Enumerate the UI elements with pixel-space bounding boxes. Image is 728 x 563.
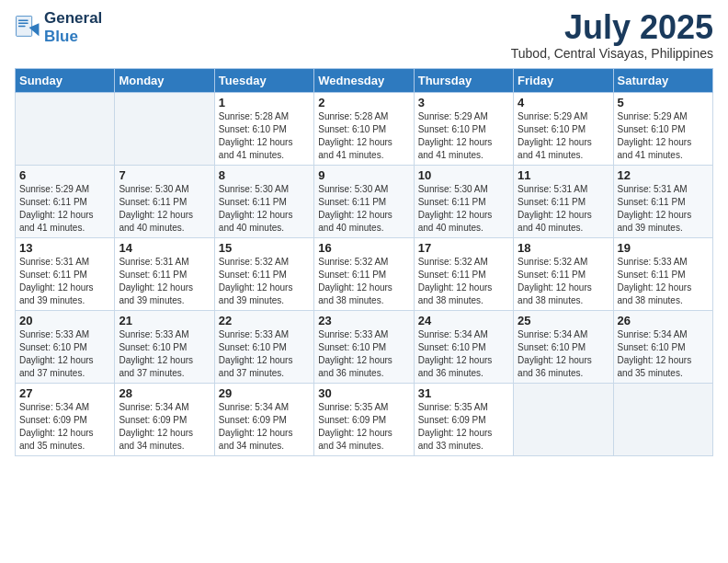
day-info: Sunrise: 5:33 AM Sunset: 6:10 PM Dayligh… (219, 328, 310, 380)
day-number: 24 (418, 314, 509, 327)
calendar-cell (115, 92, 214, 165)
column-header-thursday: Thursday (414, 68, 513, 92)
day-number: 7 (119, 168, 210, 182)
location-title: Tubod, Central Visayas, Philippines (511, 46, 713, 61)
day-info: Sunrise: 5:33 AM Sunset: 6:10 PM Dayligh… (19, 328, 110, 380)
day-info: Sunrise: 5:34 AM Sunset: 6:09 PM Dayligh… (119, 401, 210, 453)
day-number: 2 (318, 96, 409, 109)
day-info: Sunrise: 5:30 AM Sunset: 6:11 PM Dayligh… (119, 183, 210, 235)
calendar-cell: 25Sunrise: 5:34 AM Sunset: 6:10 PM Dayli… (514, 310, 613, 383)
calendar-cell: 18Sunrise: 5:32 AM Sunset: 6:11 PM Dayli… (514, 237, 613, 310)
day-number: 18 (518, 241, 609, 255)
calendar-cell: 2Sunrise: 5:28 AM Sunset: 6:10 PM Daylig… (314, 92, 414, 165)
column-header-monday: Monday (115, 68, 214, 92)
day-number: 16 (318, 241, 409, 255)
logo: General Blue (15, 9, 102, 45)
logo-text-general: General (44, 9, 102, 28)
month-title: July 2025 (511, 9, 713, 46)
svg-rect-3 (18, 22, 28, 24)
calendar-cell: 21Sunrise: 5:33 AM Sunset: 6:10 PM Dayli… (115, 310, 214, 383)
calendar-cell: 19Sunrise: 5:33 AM Sunset: 6:11 PM Dayli… (613, 237, 712, 310)
day-number: 1 (219, 96, 310, 109)
calendar-week-4: 20Sunrise: 5:33 AM Sunset: 6:10 PM Dayli… (16, 310, 713, 383)
svg-rect-4 (18, 25, 26, 27)
calendar-cell: 9Sunrise: 5:30 AM Sunset: 6:11 PM Daylig… (314, 165, 414, 237)
day-info: Sunrise: 5:32 AM Sunset: 6:11 PM Dayligh… (219, 256, 310, 307)
calendar-cell: 13Sunrise: 5:31 AM Sunset: 6:11 PM Dayli… (16, 237, 115, 310)
calendar-cell (613, 383, 712, 455)
page-header: General Blue July 2025 Tubod, Central Vi… (15, 9, 713, 61)
calendar-week-3: 13Sunrise: 5:31 AM Sunset: 6:11 PM Dayli… (16, 237, 713, 310)
calendar-cell: 28Sunrise: 5:34 AM Sunset: 6:09 PM Dayli… (115, 383, 214, 455)
day-number: 14 (119, 241, 210, 255)
day-number: 3 (418, 96, 509, 109)
calendar-cell: 6Sunrise: 5:29 AM Sunset: 6:11 PM Daylig… (16, 165, 115, 237)
calendar-cell: 30Sunrise: 5:35 AM Sunset: 6:09 PM Dayli… (314, 383, 414, 455)
day-number: 12 (618, 168, 709, 182)
day-number: 17 (418, 241, 509, 255)
day-number: 22 (219, 314, 310, 327)
logo-icon (15, 15, 40, 40)
calendar-cell: 4Sunrise: 5:29 AM Sunset: 6:10 PM Daylig… (514, 92, 613, 165)
day-info: Sunrise: 5:30 AM Sunset: 6:11 PM Dayligh… (418, 183, 509, 235)
column-header-wednesday: Wednesday (314, 68, 414, 92)
day-number: 23 (318, 314, 409, 327)
column-header-saturday: Saturday (613, 68, 712, 92)
day-number: 21 (119, 314, 210, 327)
calendar-cell: 22Sunrise: 5:33 AM Sunset: 6:10 PM Dayli… (214, 310, 313, 383)
day-info: Sunrise: 5:30 AM Sunset: 6:11 PM Dayligh… (318, 183, 409, 235)
day-number: 4 (518, 96, 609, 109)
day-info: Sunrise: 5:32 AM Sunset: 6:11 PM Dayligh… (418, 256, 509, 307)
calendar-cell: 31Sunrise: 5:35 AM Sunset: 6:09 PM Dayli… (414, 383, 513, 455)
day-info: Sunrise: 5:33 AM Sunset: 6:10 PM Dayligh… (119, 328, 210, 380)
day-info: Sunrise: 5:35 AM Sunset: 6:09 PM Dayligh… (418, 401, 509, 453)
calendar-cell: 16Sunrise: 5:32 AM Sunset: 6:11 PM Dayli… (314, 237, 414, 310)
day-info: Sunrise: 5:29 AM Sunset: 6:10 PM Dayligh… (618, 110, 709, 162)
calendar-cell (514, 383, 613, 455)
title-block: July 2025 Tubod, Central Visayas, Philip… (511, 9, 713, 61)
day-info: Sunrise: 5:33 AM Sunset: 6:10 PM Dayligh… (318, 328, 409, 380)
calendar-cell: 5Sunrise: 5:29 AM Sunset: 6:10 PM Daylig… (613, 92, 712, 165)
day-number: 11 (518, 168, 609, 182)
day-number: 20 (19, 314, 110, 327)
day-number: 30 (318, 386, 409, 400)
calendar-cell: 8Sunrise: 5:30 AM Sunset: 6:11 PM Daylig… (214, 165, 313, 237)
day-number: 6 (19, 168, 110, 182)
day-info: Sunrise: 5:30 AM Sunset: 6:11 PM Dayligh… (219, 183, 310, 235)
day-number: 15 (219, 241, 310, 255)
calendar-header-row: SundayMondayTuesdayWednesdayThursdayFrid… (16, 68, 713, 92)
calendar-cell: 29Sunrise: 5:34 AM Sunset: 6:09 PM Dayli… (214, 383, 313, 455)
day-info: Sunrise: 5:31 AM Sunset: 6:11 PM Dayligh… (518, 183, 609, 235)
calendar-week-5: 27Sunrise: 5:34 AM Sunset: 6:09 PM Dayli… (16, 383, 713, 455)
calendar-week-1: 1Sunrise: 5:28 AM Sunset: 6:10 PM Daylig… (16, 92, 713, 165)
calendar-cell: 14Sunrise: 5:31 AM Sunset: 6:11 PM Dayli… (115, 237, 214, 310)
day-info: Sunrise: 5:34 AM Sunset: 6:10 PM Dayligh… (418, 328, 509, 380)
calendar-week-2: 6Sunrise: 5:29 AM Sunset: 6:11 PM Daylig… (16, 165, 713, 237)
day-number: 8 (219, 168, 310, 182)
calendar-table: SundayMondayTuesdayWednesdayThursdayFrid… (15, 68, 713, 456)
day-info: Sunrise: 5:29 AM Sunset: 6:10 PM Dayligh… (518, 110, 609, 162)
day-info: Sunrise: 5:32 AM Sunset: 6:11 PM Dayligh… (318, 256, 409, 307)
calendar-cell: 20Sunrise: 5:33 AM Sunset: 6:10 PM Dayli… (16, 310, 115, 383)
day-info: Sunrise: 5:28 AM Sunset: 6:10 PM Dayligh… (219, 110, 310, 162)
day-number: 25 (518, 314, 609, 327)
column-header-tuesday: Tuesday (214, 68, 313, 92)
day-number: 26 (618, 314, 709, 327)
column-header-sunday: Sunday (16, 68, 115, 92)
day-number: 31 (418, 386, 509, 400)
day-number: 28 (119, 386, 210, 400)
day-info: Sunrise: 5:33 AM Sunset: 6:11 PM Dayligh… (618, 256, 709, 307)
day-number: 27 (19, 386, 110, 400)
day-info: Sunrise: 5:34 AM Sunset: 6:10 PM Dayligh… (518, 328, 609, 380)
day-info: Sunrise: 5:32 AM Sunset: 6:11 PM Dayligh… (518, 256, 609, 307)
calendar-cell: 3Sunrise: 5:29 AM Sunset: 6:10 PM Daylig… (414, 92, 513, 165)
calendar-cell: 27Sunrise: 5:34 AM Sunset: 6:09 PM Dayli… (16, 383, 115, 455)
calendar-cell: 1Sunrise: 5:28 AM Sunset: 6:10 PM Daylig… (214, 92, 313, 165)
calendar-cell: 11Sunrise: 5:31 AM Sunset: 6:11 PM Dayli… (514, 165, 613, 237)
day-info: Sunrise: 5:29 AM Sunset: 6:11 PM Dayligh… (19, 183, 110, 235)
day-number: 29 (219, 386, 310, 400)
day-number: 13 (19, 241, 110, 255)
calendar-cell: 24Sunrise: 5:34 AM Sunset: 6:10 PM Dayli… (414, 310, 513, 383)
day-info: Sunrise: 5:31 AM Sunset: 6:11 PM Dayligh… (618, 183, 709, 235)
logo-text-blue: Blue (44, 28, 102, 46)
